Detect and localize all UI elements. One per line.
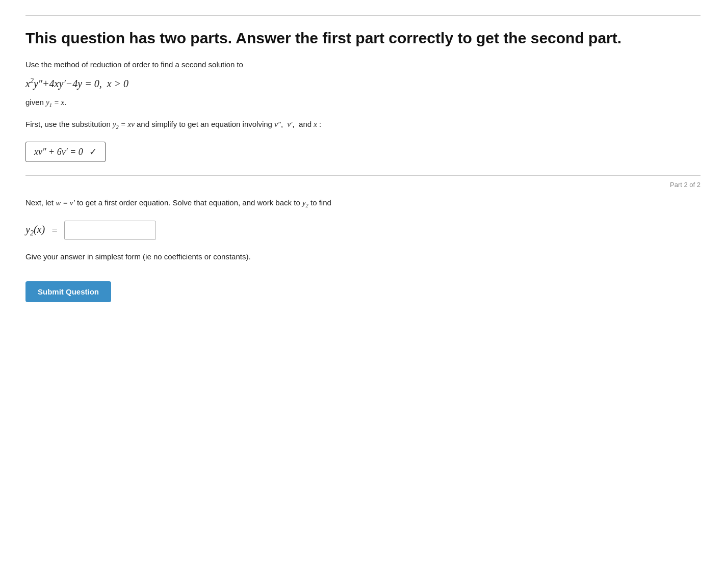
substitution-text: First, use the substitution y2 = xv and …: [25, 118, 701, 132]
y2-equals-sign: =: [51, 225, 58, 236]
part1-answer-box: xv″ + 6v′ = 0 ✓: [25, 142, 106, 162]
y2-answer-input[interactable]: [64, 221, 156, 240]
submit-question-button[interactable]: Submit Question: [25, 281, 111, 302]
intro-text: Use the method of reduction of order to …: [25, 60, 701, 69]
next-instruction: Next, let w = v′ to get a first order eq…: [25, 197, 701, 210]
simplest-form-text: Give your answer in simplest form (ie no…: [25, 252, 701, 261]
main-heading: This question has two parts. Answer the …: [25, 28, 701, 48]
y2-input-row: y2(x) =: [25, 221, 701, 240]
given-y1: given y1 = x.: [25, 98, 701, 108]
section-divider: [25, 175, 701, 176]
part-label: Part 2 of 2: [25, 181, 701, 189]
page-container: This question has two parts. Answer the …: [0, 0, 726, 588]
part1-answer-text: xv″ + 6v′ = 0: [34, 147, 83, 157]
equation-text: x2y″+4xy′−4y = 0, x > 0: [25, 78, 128, 89]
checkmark-icon: ✓: [89, 146, 97, 157]
y2-label: y2(x): [25, 224, 45, 237]
top-border: [25, 15, 701, 16]
main-equation: x2y″+4xy′−4y = 0, x > 0: [25, 77, 701, 90]
